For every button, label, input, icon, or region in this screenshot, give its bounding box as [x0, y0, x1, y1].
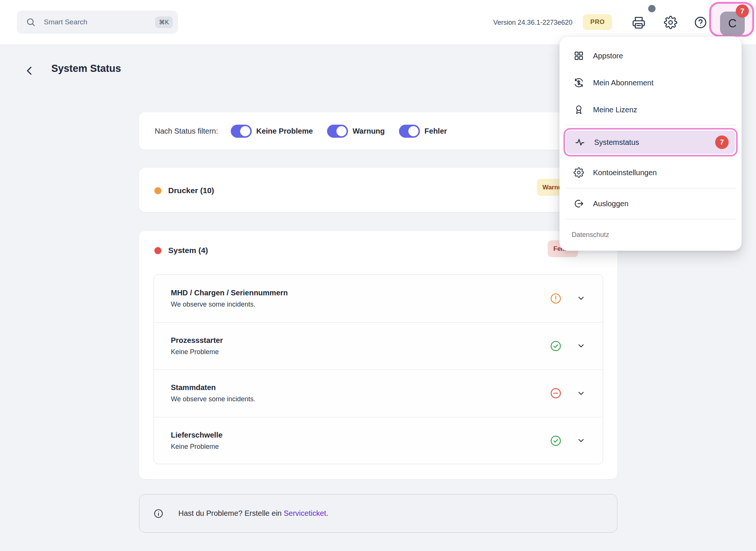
avatar[interactable]: C 7 [709, 2, 754, 37]
help-icon[interactable] [694, 16, 707, 29]
system-status-screen: Smart Search ⌘K Version 24.36.1-2273e620… [0, 0, 756, 551]
search-input[interactable]: Smart Search ⌘K [17, 10, 178, 34]
menu-item-ausloggen[interactable]: Ausloggen [560, 190, 741, 217]
pro-badge: PRO [583, 14, 612, 30]
search-placeholder: Smart Search [44, 18, 155, 26]
help-text-end: . [326, 509, 329, 517]
warning-icon [550, 293, 562, 304]
info-icon [154, 509, 163, 518]
user-dropdown-menu: Appstore Mein Abonnement Meine Lizenz Sy… [559, 36, 742, 251]
gear-icon [574, 167, 584, 178]
section-drucker[interactable]: Drucker (10) Warnung [139, 168, 617, 212]
error-dot-icon [154, 247, 161, 254]
toggle-warnung[interactable]: Warnung [327, 125, 385, 138]
menu-badge: 7 [715, 136, 729, 149]
warning-dot-icon [154, 187, 161, 194]
system-items-list: MHD / Chargen / Seriennummern We observe… [154, 274, 603, 464]
list-item-prozessstarter[interactable]: Prozessstarter Keine Probleme [154, 322, 603, 370]
toggle-switch-icon[interactable] [399, 125, 420, 138]
menu-item-mein-abonnement[interactable]: Mein Abonnement [560, 69, 741, 96]
search-icon [26, 17, 36, 27]
menu-item-appstore[interactable]: Appstore [560, 42, 741, 69]
toggle-switch-icon[interactable] [327, 125, 348, 138]
filter-card: Nach Status filtern: Keine Probleme Warn… [139, 112, 617, 150]
chevron-down-icon[interactable] [577, 294, 585, 302]
chevron-down-icon[interactable] [577, 389, 585, 398]
notification-dot [648, 5, 656, 12]
avatar-badge: 7 [736, 4, 749, 18]
toggle-fehler[interactable]: Fehler [399, 125, 447, 138]
printer-icon[interactable] [632, 16, 645, 29]
filter-label: Nach Status filtern: [155, 127, 218, 136]
back-button[interactable] [23, 64, 36, 77]
help-text: Hast du Probleme? Erstelle ein [178, 509, 284, 517]
activity-icon [575, 137, 585, 147]
search-shortcut: ⌘K [155, 16, 173, 28]
list-item-mhd[interactable]: MHD / Chargen / Seriennummern We observe… [154, 275, 603, 322]
page-title: System Status [51, 63, 121, 74]
grid-icon [574, 51, 584, 61]
menu-divider [565, 125, 736, 125]
license-icon [574, 104, 584, 115]
menu-item-meine-lizenz[interactable]: Meine Lizenz [560, 96, 741, 123]
chevron-down-icon[interactable] [577, 342, 585, 350]
menu-divider [565, 219, 736, 219]
subscription-icon [574, 77, 584, 88]
section-title: Drucker (10) [168, 186, 214, 195]
success-icon [550, 340, 562, 352]
help-banner: Hast du Probleme? Erstelle ein Serviceti… [139, 494, 617, 533]
menu-divider [565, 188, 736, 188]
serviceticket-link[interactable]: Serviceticket [284, 509, 326, 517]
list-item-lieferschwelle[interactable]: Lieferschwelle Keine Probleme [154, 417, 603, 465]
menu-item-kontoeinstellungen[interactable]: Kontoeinstellungen [560, 159, 741, 186]
toggle-switch-icon[interactable] [231, 125, 252, 138]
section-title: System (4) [168, 246, 208, 255]
chevron-down-icon[interactable] [577, 436, 585, 445]
version-label: Version 24.36.1-2273e620 [493, 0, 572, 45]
toggle-keine-probleme[interactable]: Keine Probleme [231, 125, 313, 138]
menu-item-datenschutz[interactable]: Datenschutz [560, 221, 741, 249]
success-icon [550, 435, 562, 447]
section-system: System (4) Fehler MHD / Chargen / Serien… [139, 231, 617, 479]
logout-icon [574, 198, 584, 209]
error-icon [550, 387, 562, 399]
menu-item-systemstatus[interactable]: Systemstatus 7 [563, 128, 738, 156]
settings-icon[interactable] [664, 16, 677, 29]
list-item-stammdaten[interactable]: Stammdaten We observe some incidents. [154, 369, 603, 417]
